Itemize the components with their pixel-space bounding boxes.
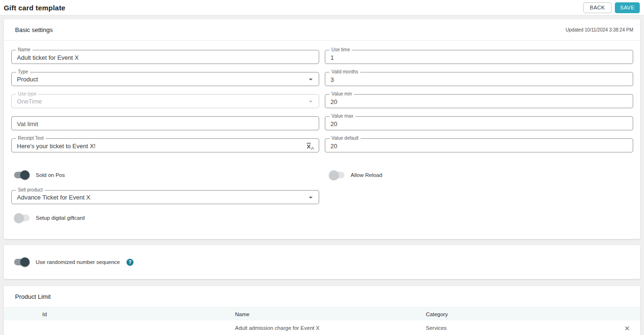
basic-settings-title: Basic settings — [15, 26, 53, 33]
updated-timestamp: Updated 10/11/2024 3:38:24 PM — [565, 27, 633, 32]
value-default-input[interactable] — [325, 139, 633, 152]
use-type-select-value: OneTime — [12, 95, 319, 105]
vat-limit-field[interactable] — [11, 116, 319, 130]
name-field-label: Name — [16, 47, 32, 53]
value-min-input[interactable] — [325, 95, 633, 108]
product-limit-table-header: Id Name Category — [4, 307, 640, 320]
save-button[interactable]: SAVE — [615, 2, 640, 13]
back-button[interactable]: BACK — [583, 2, 612, 13]
valid-months-field[interactable]: Valid months — [325, 72, 633, 86]
column-header-category: Category — [426, 311, 614, 317]
use-type-select-label: Use type — [16, 91, 38, 97]
toggle-switch[interactable] — [329, 170, 345, 180]
help-icon[interactable]: ? — [126, 259, 134, 266]
receipt-text-field[interactable]: Receipt Text A — [11, 138, 319, 152]
chevron-down-icon — [309, 79, 313, 80]
setup-digital-giftcard-label: Setup digital giftcard — [36, 215, 85, 221]
receipt-text-field-label: Receipt Text — [16, 136, 46, 141]
use-time-input[interactable] — [325, 50, 633, 64]
top-bar: Gift card template BACK SAVE — [0, 0, 644, 16]
product-limit-title: Product Limit — [15, 293, 51, 300]
basic-settings-header: Basic settings Updated 10/11/2024 3:38:2… — [4, 19, 640, 40]
toggle-switch[interactable] — [14, 170, 30, 180]
value-max-field[interactable]: Value max — [325, 116, 633, 130]
page-content: Basic settings Updated 10/11/2024 3:38:2… — [0, 16, 644, 335]
basic-settings-card: Basic settings Updated 10/11/2024 3:38:2… — [4, 19, 640, 239]
type-select-value: Product — [12, 72, 319, 83]
row-name-cell: Adult admission charge for Event X — [235, 325, 426, 331]
value-default-field-label: Value default — [330, 136, 361, 141]
receipt-text-input[interactable] — [12, 139, 319, 152]
sell-product-select-label: Sell product — [16, 187, 45, 193]
sell-product-select[interactable]: Sell product Advance Ticket for Event X — [11, 190, 319, 204]
sell-product-row: Sell product Advance Ticket for Event X — [4, 190, 640, 204]
randomized-sequence-card: Use randomized number sequence ? — [4, 245, 640, 279]
type-select[interactable]: Type Product — [11, 72, 319, 86]
chevron-down-icon — [309, 197, 313, 199]
column-header-id: Id — [4, 311, 235, 317]
sold-on-pos-toggle[interactable]: Sold on Pos — [11, 170, 319, 180]
product-limit-card: Product Limit Id Name Category Adult adm… — [4, 286, 640, 335]
allow-reload-toggle[interactable]: Allow Reload — [325, 170, 633, 180]
table-row: Adult admission charge for Event X Servi… — [4, 320, 640, 335]
value-default-field[interactable]: Value default — [325, 138, 633, 152]
svg-text:A: A — [311, 145, 314, 150]
toggle-row-group: Sold on Pos Allow Reload — [4, 170, 640, 180]
use-type-select: Use type OneTime — [11, 94, 319, 108]
row-category-cell: Services — [426, 325, 614, 331]
allow-reload-label: Allow Reload — [351, 172, 382, 178]
chevron-down-icon — [309, 101, 313, 103]
page-title: Gift card template — [4, 4, 65, 12]
name-field[interactable]: Name — [11, 50, 319, 64]
randomized-sequence-label: Use randomized number sequence — [36, 259, 120, 265]
use-time-field[interactable]: Use time — [325, 50, 633, 64]
toggle-switch[interactable] — [14, 213, 30, 223]
translate-icon[interactable]: A — [306, 142, 314, 150]
value-max-field-label: Value max — [330, 113, 355, 119]
basic-settings-form: Name Use time Type Product Valid months … — [4, 40, 640, 160]
randomized-sequence-toggle[interactable]: Use randomized number sequence — [14, 257, 120, 267]
type-select-label: Type — [16, 69, 30, 75]
use-time-field-label: Use time — [330, 47, 352, 53]
value-min-field[interactable]: Value min — [325, 94, 633, 108]
product-limit-header: Product Limit — [4, 286, 640, 307]
sold-on-pos-label: Sold on Pos — [36, 172, 65, 178]
name-input[interactable] — [12, 50, 319, 64]
vat-limit-input[interactable] — [12, 117, 319, 130]
close-icon[interactable]: × — [624, 324, 629, 333]
valid-months-field-label: Valid months — [330, 69, 360, 75]
setup-digital-giftcard-toggle[interactable]: Setup digital giftcard — [14, 213, 633, 223]
value-max-input[interactable] — [325, 117, 633, 130]
column-header-name: Name — [235, 311, 426, 317]
toggle-switch[interactable] — [14, 257, 30, 267]
value-min-field-label: Value min — [330, 91, 354, 97]
setup-digital-giftcard-row: Setup digital giftcard — [4, 213, 640, 223]
sell-product-select-value: Advance Ticket for Event X — [12, 191, 319, 201]
valid-months-input[interactable] — [325, 72, 633, 86]
